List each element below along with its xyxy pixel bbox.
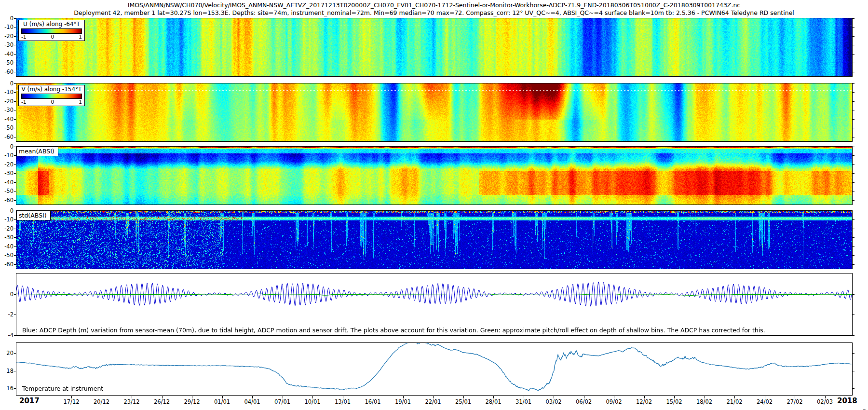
x-tick-mark <box>312 396 313 398</box>
y-tick-label: -40 <box>1 179 14 185</box>
depth-variation-plot-canvas <box>16 273 852 335</box>
u-colorbar-gradient <box>21 28 82 34</box>
x-tick-mark <box>132 396 132 398</box>
y-tick-mark <box>853 63 854 63</box>
x-tick-label: 17/12 <box>63 398 79 405</box>
y-tick-label: -40 <box>1 116 14 122</box>
y-tick-mark <box>853 237 854 238</box>
std-absi-panel: std(ABSI) <box>16 210 853 269</box>
x-tick-label: 09/02 <box>606 398 622 405</box>
y-tick-label: -20 <box>1 162 14 167</box>
y-tick-mark <box>14 335 16 336</box>
u-colorbar-tick: -1 <box>21 34 26 40</box>
y-tick-mark <box>14 200 16 201</box>
y-tick-label: 20 <box>1 350 14 356</box>
y-tick-mark <box>14 101 16 102</box>
y-tick-mark <box>14 18 16 19</box>
y-tick-mark <box>853 246 854 247</box>
y-tick-mark <box>14 137 16 137</box>
y-tick-label: -10 <box>1 152 14 158</box>
y-tick-mark <box>853 119 854 120</box>
v-colorbar-title: V (m/s) along -154°T <box>20 86 83 93</box>
y-tick-mark <box>853 27 854 27</box>
x-tick-mark <box>252 396 253 398</box>
x-tick-label: 19/01 <box>395 398 411 405</box>
y-tick-mark <box>14 371 16 371</box>
y-tick-label: -40 <box>1 51 14 57</box>
y-tick-label: 18 <box>1 368 14 374</box>
std-absi-label: std(ABSI) <box>16 211 51 220</box>
x-tick-label: 28/01 <box>485 398 501 405</box>
y-tick-mark <box>853 219 854 220</box>
x-tick-label: 03/02 <box>545 398 561 405</box>
y-tick-mark <box>14 128 16 128</box>
y-tick-mark <box>853 92 854 93</box>
x-tick-label: 21/02 <box>726 398 742 405</box>
y-tick-label: -50 <box>1 188 14 194</box>
y-tick-mark <box>853 18 854 19</box>
y-tick-label: -30 <box>1 107 14 113</box>
y-tick-mark <box>853 211 854 211</box>
x-tick-label: 04/01 <box>244 398 260 405</box>
u-colorbar-tick: 0 <box>51 34 54 40</box>
y-tick-label: 0 <box>1 208 14 214</box>
y-tick-label: -20 <box>1 226 14 232</box>
x-tick-mark <box>795 396 795 398</box>
mean-absi-label: mean(ABSI) <box>16 147 58 156</box>
y-tick-label: -20 <box>1 98 14 104</box>
temperature-label: Temperature at instrument <box>22 385 103 392</box>
x-tick-mark <box>192 396 192 398</box>
x-tick-mark <box>765 396 765 398</box>
y-tick-mark <box>14 264 16 265</box>
y-tick-mark <box>14 229 16 229</box>
v-colorbar-tick: 0 <box>51 99 54 105</box>
y-tick-mark <box>853 128 854 128</box>
v-colorbar-tick: 1 <box>79 99 82 105</box>
y-tick-mark <box>14 211 16 211</box>
y-tick-label: 0 <box>1 81 14 86</box>
y-tick-label: -2 <box>1 312 14 317</box>
y-tick-mark <box>853 147 854 147</box>
y-tick-mark <box>14 36 16 37</box>
x-tick-label: 18/02 <box>696 398 712 405</box>
x-tick-mark <box>433 396 434 398</box>
x-tick-mark <box>373 396 373 398</box>
y-tick-label: -10 <box>1 217 14 222</box>
x-tick-mark <box>705 396 705 398</box>
y-tick-label: -40 <box>1 244 14 249</box>
y-tick-mark <box>14 45 16 45</box>
x-tick-label: 10/01 <box>304 398 320 405</box>
y-tick-mark <box>853 173 854 174</box>
y-tick-mark <box>853 353 854 354</box>
x-axis-year-right: 2018 <box>837 396 857 405</box>
y-tick-mark <box>853 200 854 201</box>
y-tick-mark <box>14 246 16 247</box>
u-velocity-heatmap-canvas <box>16 18 852 76</box>
v-velocity-heatmap-canvas <box>16 83 852 141</box>
y-tick-label: -50 <box>1 252 14 258</box>
x-tick-mark <box>222 396 223 398</box>
y-tick-mark <box>853 255 854 256</box>
x-tick-mark <box>162 396 163 398</box>
u-colorbar-title: U (m/s) along -64°T <box>20 21 83 28</box>
y-tick-mark <box>853 54 854 55</box>
y-tick-mark <box>14 314 16 315</box>
temperature-panel: Temperature at instrument <box>16 342 853 396</box>
x-tick-mark <box>554 396 554 398</box>
x-tick-label: 02/03 <box>817 398 833 405</box>
x-tick-label: 25/01 <box>455 398 471 405</box>
x-tick-label: 22/01 <box>425 398 441 405</box>
y-tick-mark <box>14 54 16 55</box>
x-tick-mark <box>403 396 404 398</box>
y-tick-mark <box>853 264 854 265</box>
y-tick-label: 0 <box>1 15 14 21</box>
y-tick-mark <box>14 255 16 256</box>
y-tick-mark <box>14 388 16 389</box>
y-tick-mark <box>14 72 16 72</box>
y-tick-mark <box>14 173 16 174</box>
y-tick-mark <box>853 110 854 110</box>
x-tick-label: 26/12 <box>154 398 170 405</box>
y-tick-label: 16 <box>1 385 14 391</box>
x-axis-year-left: 2017 <box>19 396 40 405</box>
y-tick-mark <box>14 237 16 238</box>
